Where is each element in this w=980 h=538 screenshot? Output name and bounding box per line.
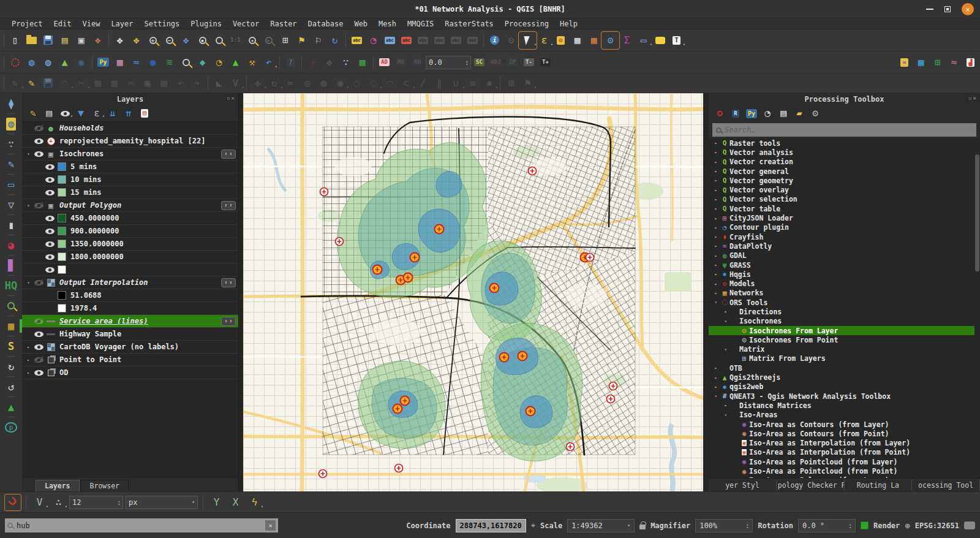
measure-line-button[interactable]: ▭▾	[635, 32, 652, 48]
serval-raster-tools-button[interactable]: ≈	[896, 55, 913, 70]
processing-scrollbar[interactable]	[974, 152, 980, 477]
zoom-level-plugin-button[interactable]	[178, 55, 194, 70]
ors-tools-button[interactable]	[7, 55, 23, 70]
menu-layer[interactable]: Layer	[105, 20, 138, 28]
r-scripts-button[interactable]: R	[728, 107, 743, 120]
ph-geoportal-button[interactable]: ◕	[2, 237, 20, 253]
lock-scale-icon[interactable]	[639, 525, 646, 529]
history-button[interactable]: ◔	[760, 107, 775, 120]
expander-icon[interactable]: ▾	[24, 280, 32, 286]
panel-tab-yer-styl[interactable]: yer Styl	[709, 480, 777, 491]
algorithm-vector-general[interactable]: ▸QVector general	[709, 167, 980, 176]
zoom-full-extent-button[interactable]: ✥	[178, 32, 194, 48]
visibility-eye-icon[interactable]	[34, 280, 43, 286]
menu-settings[interactable]: Settings	[139, 20, 186, 28]
visibility-eye-icon[interactable]	[34, 319, 43, 324]
dataplotly-panel-button[interactable]: ≈	[128, 55, 145, 70]
layer-item-cartodb-voyager-no-labels[interactable]: ▸CartoDB Voyager (no labels)	[22, 341, 238, 354]
row-indicator-button[interactable]	[221, 317, 236, 326]
algorithm-qgis2web[interactable]: ▸✱qgis2web	[709, 382, 980, 392]
zoom-out-button[interactable]: −	[161, 32, 178, 48]
qgis2threejs-exporter-button[interactable]: ▲	[56, 55, 73, 70]
locator-input[interactable]	[17, 521, 262, 530]
algorithm-iso-area-as-interpolation-from-point[interactable]: ▣Iso-Area as Interpolation (from Point)	[709, 448, 980, 457]
text-decrease-button[interactable]: T-	[521, 55, 537, 70]
add-group-button[interactable]: ▤	[42, 107, 56, 120]
s-plugin-button[interactable]: S	[2, 338, 20, 354]
visibility-eye-icon[interactable]	[34, 138, 43, 144]
coordinate-field[interactable]: 288743,1617820	[456, 519, 526, 532]
algorithm-dataplotly[interactable]: ▸≈DataPlotly	[709, 241, 980, 251]
layer-item-reprojected-amenity-hospital-22[interactable]: +reprojected_amenity_hospital [22]	[22, 135, 238, 148]
label-diagram-button[interactable]: ◔	[365, 32, 382, 48]
zoom-plugin-button[interactable]	[2, 298, 20, 314]
layer-item-1800-0000000[interactable]: 1800.0000000	[22, 251, 238, 263]
reload-plugin-button[interactable]: ↻	[2, 358, 20, 374]
toggle-editing-button[interactable]: ✎	[23, 75, 40, 91]
filter-legend-button[interactable]: ▼	[74, 107, 88, 120]
pin-labels-button[interactable]: abc	[382, 32, 398, 48]
hqgis-plugin-button[interactable]: HQ	[2, 278, 20, 294]
visibility-eye-icon[interactable]	[34, 344, 43, 350]
menu-database[interactable]: Database	[303, 20, 349, 28]
layer-labeling-button[interactable]: abc	[349, 32, 365, 48]
panel-tab-routing-la[interactable]: Routing La	[845, 480, 913, 491]
undo-view-button[interactable]: ↶▾	[260, 55, 277, 70]
layer-item-od[interactable]: ▸OD	[22, 366, 238, 379]
expander-icon[interactable]: ▸	[24, 357, 32, 363]
menu-view[interactable]: View	[77, 20, 105, 28]
snap-vertex-dots-button[interactable]: ∴▾	[50, 494, 67, 510]
visibility-eye-icon[interactable]	[45, 190, 55, 195]
map-canvas[interactable]	[243, 93, 703, 491]
visibility-eye-icon[interactable]	[45, 177, 55, 183]
algorithm-vector-selection[interactable]: ▸QVector selection	[709, 195, 980, 204]
python-console-button[interactable]: Py	[95, 55, 111, 70]
vector-bender-button[interactable]: ▽	[2, 197, 20, 213]
statistical-summary-button[interactable]: Σ	[619, 32, 635, 48]
tab-browser[interactable]: Browser	[81, 480, 129, 491]
scale-dropdown[interactable]: 1:49362▾	[567, 519, 635, 532]
close-button[interactable]: ✕	[962, 3, 974, 15]
field-calculator-button[interactable]: ▦	[586, 32, 602, 48]
tab-layers[interactable]: Layers	[36, 480, 80, 491]
plugin-chip-button[interactable]: ▭	[2, 176, 20, 192]
expander-icon[interactable]: ▸	[24, 370, 32, 376]
gdrive-plugin-button[interactable]: ▲	[2, 399, 20, 415]
add-table-button[interactable]: ⊞	[929, 55, 946, 70]
magnifier-spinner[interactable]: 100%▴▾	[695, 519, 753, 532]
menu-mmqgis[interactable]: MMQGIS	[402, 20, 439, 28]
terrain-shading-button[interactable]: ▲	[227, 55, 244, 70]
map-tips-button[interactable]	[652, 32, 668, 48]
profile-tool-button[interactable]: ≈	[946, 55, 962, 70]
algorithm-hqgis[interactable]: ▸✱Hqgis	[709, 270, 980, 279]
algorithm-matrix[interactable]: ▾Matrix	[709, 345, 980, 354]
undo-plugin-button[interactable]: ↺	[2, 379, 20, 395]
snap-intersection-button[interactable]: X	[227, 494, 244, 510]
identify-features-button[interactable]: i	[486, 32, 503, 48]
algorithm-distance-matrices[interactable]: ▸Distance Matrices	[709, 401, 980, 410]
menu-mesh[interactable]: Mesh	[373, 20, 402, 28]
visibility-eye-icon[interactable]	[34, 126, 43, 131]
python-scripts-button[interactable]: Py	[744, 107, 759, 120]
pan-map-button[interactable]: ✥	[111, 32, 128, 48]
sld4raster-button[interactable]: ▦	[913, 55, 929, 70]
menu-vector[interactable]: Vector	[227, 20, 265, 28]
refresh-map-button[interactable]: ↻	[326, 32, 343, 48]
geocoding-plugin-button[interactable]: ◍	[2, 116, 20, 132]
open-attribute-table-button[interactable]: ▦	[569, 32, 586, 48]
cad-mode-AD-button[interactable]: AD	[376, 55, 393, 70]
maximize-button[interactable]	[944, 6, 951, 12]
rotation-spinner[interactable]: 0.0 °▴▾	[798, 519, 856, 532]
layer-item-1978-4[interactable]: 1978.4	[22, 302, 238, 315]
collapse-all-button[interactable]: ⇈	[121, 107, 136, 120]
algorithm-cityjson-loader[interactable]: ▸⊞CityJSON Loader	[709, 213, 980, 222]
algorithm-iso-areas[interactable]: ▾Iso-Areas	[709, 411, 980, 420]
row-indicator-button[interactable]	[221, 201, 236, 210]
panel-tab-pology-checker-pa[interactable]: pology Checker Pa	[777, 480, 845, 491]
expand-all-button[interactable]: ⇊	[105, 107, 120, 120]
text-increase-button[interactable]: T+	[537, 55, 554, 70]
menu-raster[interactable]: Raster	[265, 20, 302, 28]
locator-search[interactable]: ✕	[5, 518, 278, 532]
new-map-view-button[interactable]: ⊞	[277, 32, 293, 48]
check-geometries-button[interactable]: ∵	[337, 55, 354, 70]
